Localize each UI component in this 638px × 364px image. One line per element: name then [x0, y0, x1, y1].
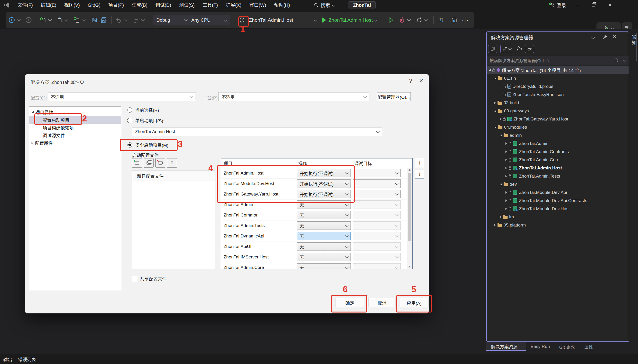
start-without-debugging-button[interactable] [388, 17, 394, 23]
tree-item-project[interactable]: ZhonTai.Admin [487, 139, 629, 148]
save-all-button[interactable] [101, 17, 107, 23]
scroll-up-icon[interactable] [408, 169, 411, 171]
help-button[interactable]: ? [409, 78, 412, 84]
menu-item-file[interactable]: 文件(F) [14, 0, 37, 10]
cancel-button[interactable]: 取消 [368, 298, 396, 307]
menu-item-test[interactable]: 测试(S) [175, 0, 198, 10]
save-button[interactable] [91, 17, 98, 23]
minimize-button[interactable] [570, 0, 584, 10]
expander-closed-icon[interactable] [500, 118, 502, 120]
menu-item-view[interactable]: 视图(V) [60, 0, 84, 10]
tab-git-changes[interactable]: Git 更改 [554, 342, 580, 351]
tree-item-folder[interactable]: admin [487, 131, 629, 139]
expander-closed-icon[interactable] [505, 159, 507, 161]
configuration-dropdown[interactable]: 不适用 [48, 92, 196, 101]
tab-output[interactable]: 输出 [3, 356, 12, 362]
action-dropdown[interactable]: 开始执行(不调试) [297, 180, 351, 188]
solutions-switch-button[interactable] [500, 45, 513, 53]
expander-open-icon[interactable] [32, 111, 34, 113]
tab-easy-run[interactable]: Easy Run [526, 342, 554, 351]
new-file-button[interactable] [40, 17, 46, 23]
tree-item-project[interactable]: ZhonTai.Gateway.Yarp.Host [487, 115, 629, 123]
sign-in-button[interactable]: 登录 [549, 2, 566, 9]
new-profile-list-item[interactable]: 新建配置文件 [132, 171, 215, 181]
expander-open-icon[interactable] [494, 126, 496, 128]
tab-properties[interactable]: 属性 [580, 342, 598, 351]
expander-closed-icon[interactable] [500, 216, 502, 218]
tree-item-folder[interactable]: 04.modules [487, 123, 629, 131]
nav-project-dependencies[interactable]: 项目构建依赖项 [29, 124, 121, 132]
expander-open-icon[interactable] [494, 77, 496, 79]
preview-selected-items-button[interactable] [525, 45, 534, 53]
single-startup-project-dropdown[interactable]: ZhonTai.Admin.Host [132, 127, 382, 136]
tab-notifications[interactable]: 通知 [630, 35, 637, 46]
tree-item-project[interactable]: ZhonTai.Module.Dev.Host [487, 204, 629, 213]
panel-scrollbar[interactable] [636, 33, 637, 61]
menu-item-debug[interactable]: 调试(D) [151, 0, 175, 10]
radio-current-selection[interactable]: 当前选择(R) [127, 107, 159, 113]
back-dropdown[interactable] [18, 19, 21, 21]
menu-item-edit[interactable]: 编辑(E) [37, 0, 60, 10]
expander-open-icon[interactable] [489, 69, 491, 71]
hot-reload-button[interactable] [399, 17, 405, 23]
tree-item-solution[interactable]: 解决方案 'ZhonTai' (14 个项目, 共 14 个) [487, 66, 629, 74]
scroll-down-icon[interactable] [408, 266, 411, 268]
expander-closed-icon[interactable] [505, 150, 507, 153]
action-dropdown[interactable]: 无 [297, 263, 351, 270]
ok-button[interactable]: 确定 [336, 298, 364, 307]
action-dropdown[interactable]: 开始执行(不调试) [297, 190, 351, 198]
undo-dropdown[interactable] [124, 19, 127, 21]
tree-item-project[interactable]: ZhonTai.Admin.Core [487, 156, 629, 164]
package-button[interactable] [451, 17, 457, 23]
properties-button[interactable] [517, 46, 522, 52]
undo-button[interactable] [116, 17, 122, 23]
menu-item-build[interactable]: 生成(B) [128, 0, 151, 10]
action-dropdown[interactable]: 开始执行(不调试) [297, 169, 351, 177]
sync-active-document-button[interactable] [488, 45, 497, 53]
find-in-files-button[interactable] [438, 17, 444, 23]
move-down-button[interactable]: ↓ [415, 169, 424, 178]
open-file-dropdown[interactable] [65, 19, 68, 21]
dialog-close-button[interactable]: × [419, 77, 423, 84]
tree-item-startup-project[interactable]: ZhonTai.Admin.Host [487, 164, 629, 172]
expander-closed-icon[interactable] [505, 200, 507, 202]
menu-item-window[interactable]: 窗口(W) [245, 0, 270, 10]
expander-closed-icon[interactable] [505, 191, 507, 194]
rename-profile-button[interactable]: I [167, 158, 177, 168]
tree-item-folder[interactable]: 03.gateways [487, 107, 629, 115]
tree-item-folder[interactable]: im [487, 213, 629, 221]
startup-settings-gear-button[interactable] [239, 17, 245, 23]
hot-reload-dropdown[interactable] [408, 19, 410, 21]
menu-item-extensions[interactable]: 扩展(X) [222, 0, 246, 10]
new-file-dropdown[interactable] [49, 19, 51, 21]
solution-platform-dropdown[interactable]: Any CPU [188, 15, 230, 25]
startup-project-dropdown[interactable]: ZhonTai.Admin.Host [249, 17, 317, 23]
share-profile-checkbox[interactable]: 共享配置文件 [132, 276, 167, 282]
expander-open-icon[interactable] [500, 134, 502, 136]
debug-target-dropdown[interactable] [353, 190, 401, 198]
close-button[interactable]: × [603, 0, 617, 10]
nav-startup-project[interactable]: 配置启动项目 [29, 116, 121, 124]
search-button[interactable]: 搜索 [312, 1, 337, 9]
configuration-manager-button[interactable]: 配置管理器(O)... [377, 92, 411, 101]
apply-button[interactable]: 应用(A) [400, 298, 429, 307]
duplicate-profile-button[interactable] [144, 158, 153, 168]
table-scrollbar[interactable] [407, 168, 412, 269]
expander-closed-icon[interactable] [494, 102, 496, 104]
new-profile-button[interactable] [132, 158, 142, 168]
forward-button[interactable] [26, 17, 32, 23]
tree-item-folder[interactable]: 02.build [487, 98, 629, 107]
solution-configuration-dropdown[interactable]: Debug [153, 15, 190, 25]
tree-item-project[interactable]: ZhonTai.Admin.Contracts [487, 148, 629, 156]
menu-item-project[interactable]: 项目(P) [104, 0, 128, 10]
radio-multiple-startup-projects[interactable]: 多个启动项目(M): [127, 142, 170, 148]
action-dropdown-focused[interactable]: 无 [297, 232, 351, 240]
action-dropdown[interactable]: 无 [297, 253, 351, 261]
tree-item-file[interactable]: {} ZhonTai.sln.EasyRun.json [487, 90, 629, 98]
pin-button[interactable] [602, 34, 608, 40]
search-options-chevron-icon[interactable] [622, 58, 626, 62]
expander-open-icon[interactable] [494, 110, 496, 112]
delete-profile-button[interactable] [155, 158, 165, 168]
redo-button[interactable] [133, 17, 139, 23]
expander-closed-icon[interactable] [32, 142, 33, 144]
